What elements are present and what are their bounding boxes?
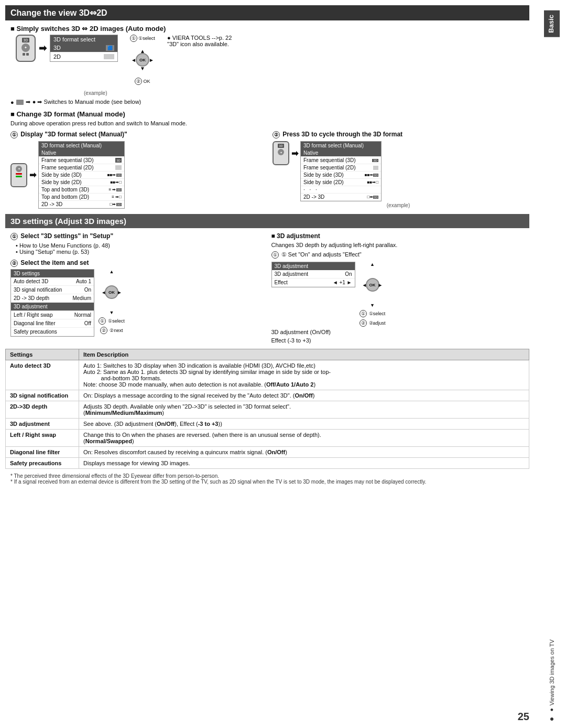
top-section: Simply switches 3D ⇔ 2D images (Auto mod…: [5, 25, 529, 110]
manual-desc: During above operation press red button …: [10, 120, 524, 126]
example-label-step2: (example): [273, 202, 524, 208]
step1-bullets: How to Use Menu Functions (p. 48) Using …: [10, 242, 264, 255]
down-arrow-icon: ▼: [110, 310, 114, 315]
step1-menu: 3D format select (Manual) Native Frame s…: [38, 141, 125, 209]
ok-nav-button[interactable]: ▲ ◄ OK ► ▼: [131, 48, 154, 71]
s2-item-side3d: Side by side (3D) ■■➡3D: [301, 172, 381, 179]
s-item-auto3d: Auto detect 3DAuto 1: [11, 277, 94, 286]
step2-menu: 3D format select (Manual) Native Frame s…: [300, 141, 382, 201]
s-item-depth: 2D -> 3D depthMedium: [11, 294, 94, 303]
table-row: Safety precautions Displays message for …: [6, 458, 529, 469]
item-2dto3d: 2D -> 3D □➡3D: [39, 201, 124, 208]
adj-ok-button[interactable]: ◄ OK ►: [362, 274, 383, 295]
example-label-auto: (example): [10, 90, 524, 96]
footnotes: * The perceived three dimensional effect…: [5, 473, 529, 485]
s2-step2-section: ② Select the item and set 3D settings Au…: [10, 259, 264, 337]
section1-header: Change the view 3D⇔2D: [5, 5, 529, 20]
settings-table: Settings Item Description Auto detect 3D…: [5, 349, 529, 469]
item-side2d: Side by side (2D) ■■➡□: [39, 179, 124, 186]
auto-mode-left: 3D ✦ ➡ 3D format select 3D: [16, 35, 118, 62]
step1-title: ① Display "3D format select (Manual)": [10, 131, 262, 138]
nav-right-2[interactable]: ►: [117, 290, 122, 295]
s2-item-2dto3d: 2D -> 3D □➡3D: [301, 194, 381, 201]
s-item-swap: Left / Right swapNormal: [11, 311, 94, 319]
item-side3d: Side by side (3D) ■■➡3D: [39, 172, 124, 179]
s-item-signal: 3D signal notificationOn: [11, 286, 94, 294]
adj-desc1: Changes 3D depth by adjusting left-right…: [271, 242, 525, 248]
step1-block: ① Display "3D format select (Manual)" ✦ …: [10, 131, 262, 209]
arrow-right-icon: ➡: [39, 42, 47, 54]
settings-right: 3D adjustment Changes 3D depth by adjust…: [271, 232, 525, 344]
settings-left: ① Select "3D settings" in "Setup" How to…: [10, 232, 264, 344]
row-adj-label: 3D adjustment: [6, 419, 79, 430]
adj-ok-center[interactable]: OK: [366, 278, 379, 292]
settings-section: ① Select "3D settings" in "Setup" How to…: [5, 232, 529, 344]
right-sidebar: Basic ● ● Viewing 3D images on TV: [537, 0, 566, 728]
s2-step2-title: ② Select the item and set: [10, 259, 264, 267]
col-description: Item Description: [79, 349, 529, 360]
viera-note: ● VIERA TOOLS -->p. 22 "3D" icon also av…: [167, 35, 519, 47]
adj-title: 3D adjustment: [271, 232, 525, 240]
adj-up-icon: ▲: [370, 262, 375, 267]
s2-step1-title: ① Select "3D settings" in "Setup": [10, 232, 264, 240]
main-container: Change the view 3D⇔2D Simply switches 3D…: [5, 5, 561, 485]
row-swap-desc: Change this to On when the phases are re…: [79, 430, 529, 447]
nav-down-icon[interactable]: ▼: [140, 66, 145, 71]
arrow-step2-icon: ➡: [291, 148, 298, 158]
adj-nav-right[interactable]: ►: [378, 282, 383, 288]
ok-center[interactable]: OK: [136, 53, 149, 67]
table-row: Diagonal line filter On: Resolves discom…: [6, 447, 529, 458]
table-row: 2D->3D depth Adjusts 3D depth. Available…: [6, 401, 529, 419]
s-item-diagonal: Diagonal line filterOff: [11, 319, 94, 328]
step1-content: ✦ ➡ 3D format select (Manual) Native Fra…: [10, 141, 262, 209]
menu-item-3d: 3D 🟦: [50, 44, 117, 52]
step2-content: 3D ✦ ➡ 3D format select (Manual) Native …: [273, 141, 524, 201]
row-adj-desc: See above. (3D adjustment (On/Off), Effe…: [79, 419, 529, 430]
auto-mode-menu: 3D format select 3D 🟦 2D: [50, 35, 118, 62]
section2-header: 3D settings (Adjust 3D images): [5, 214, 529, 228]
row-depth-label: 2D->3D depth: [6, 401, 79, 419]
s-item-adjustment: 3D adjustment: [11, 303, 94, 311]
numbered-steps: ① Display "3D format select (Manual)" ✦ …: [5, 131, 529, 209]
ok-center-2[interactable]: OK: [105, 285, 118, 299]
adj-menu-section: 3D adjustment 3D adjustmentOn Effect◄ +1…: [271, 262, 525, 327]
adj-step1: ① ① Set "On" and adjusts "Effect": [271, 251, 525, 259]
s2-ok-button[interactable]: ◄ OK ►: [101, 282, 122, 303]
item-frame3d: Frame sequential (3D) 3D: [39, 157, 124, 164]
sidebar-basic-label: Basic: [544, 10, 560, 37]
row-auto3d-desc: Auto 1: Switches to 3D display when 3D i…: [79, 360, 529, 390]
item-top3d: Top and bottom (3D) ≡ ➡3D: [39, 186, 124, 194]
ok-button-section: ①①select ▲ ◄ OK ► ▼ ②OK: [128, 35, 157, 85]
switches-note: ● ➡ ● ➡ Switches to Manual mode (see bel…: [10, 99, 524, 105]
subsection1-title: Simply switches 3D ⇔ 2D images (Auto mod…: [10, 25, 524, 33]
s2-item-side2d: Side by side (2D) ■■➡□: [301, 179, 381, 186]
row-diag-label: Diagonal line filter: [6, 447, 79, 458]
menu-item-2d: 2D: [50, 52, 117, 61]
row-safety-desc: Displays message for viewing 3D images.: [79, 458, 529, 469]
s2-item-frame2d: Frame sequential (2D): [301, 164, 381, 172]
adj-menu: 3D adjustment 3D adjustmentOn Effect◄ +1…: [271, 262, 355, 287]
a-item-adj: 3D adjustmentOn: [272, 270, 355, 279]
adj-down-icon: ▼: [370, 303, 375, 308]
ok-annotation: ②OK: [135, 78, 150, 85]
table-row: Left / Right swap Change this to On when…: [6, 430, 529, 447]
adj-select-annotation: ①①select: [360, 310, 386, 317]
adj-sub1: 3D adjustment (On/Off): [271, 329, 525, 335]
row-safety-label: Safety precautions: [6, 458, 79, 469]
row-signal-desc: On: Displays a message according to the …: [79, 390, 529, 401]
arrow-step1-icon: ➡: [29, 170, 36, 180]
s2-item-frame3d: Frame sequential (3D) 3D: [301, 157, 381, 164]
adj-adjust-annotation: ②②adjust: [360, 319, 386, 327]
s2-next-annotation: ②②next: [100, 327, 123, 334]
s2-nav-section: ▲ ◄ OK ► ▼ ①①select ②②next: [99, 269, 125, 334]
up-arrow-icon: ▲: [110, 269, 114, 274]
nav-right-icon[interactable]: ►: [149, 57, 154, 63]
s2-item-native: Native: [301, 149, 381, 157]
row-auto3d-label: Auto detect 3D: [6, 360, 79, 390]
s2-select-annotation: ①①select: [99, 317, 125, 325]
adj-sub2: Effect (-3 to +3): [271, 337, 525, 344]
sidebar-viewing-label: ● ● Viewing 3D images on TV: [546, 42, 558, 728]
row-signal-label: 3D signal notification: [6, 390, 79, 401]
bullet-1: How to Use Menu Functions (p. 48): [16, 242, 264, 249]
settings-menu: 3D settings Auto detect 3DAuto 1 3D sign…: [10, 269, 94, 337]
